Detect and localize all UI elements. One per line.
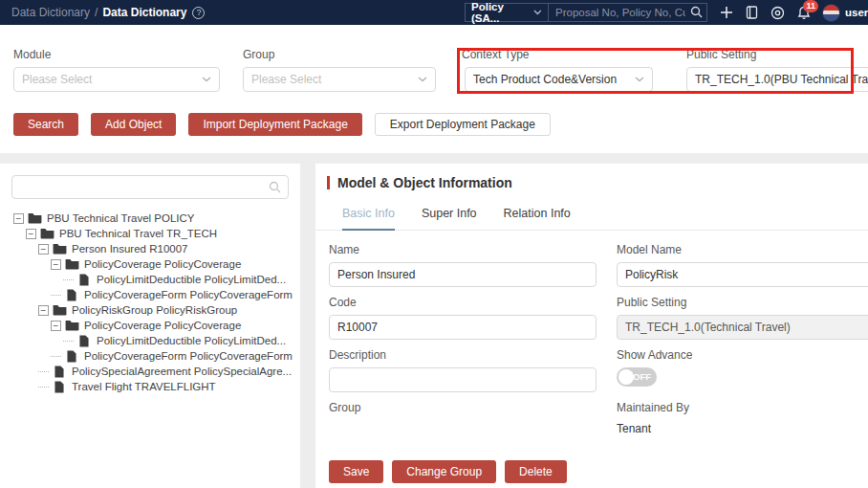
description-label: Description [329, 348, 597, 363]
save-button[interactable]: Save [329, 460, 383, 483]
notification-badge: 11 [803, 0, 818, 12]
file-icon [54, 366, 64, 378]
group-field-label: Group [329, 401, 597, 415]
show-advance-label: Show Advance [617, 348, 868, 363]
title-accent-bar [327, 176, 330, 189]
model-name-input[interactable] [617, 262, 868, 287]
tree-node-label: PolicyCoverage PolicyCoverage [84, 320, 241, 331]
folder-icon [53, 243, 67, 255]
tree-node-label: PolicyCoverage PolicyCoverage [84, 258, 241, 270]
delete-button[interactable]: Delete [505, 460, 567, 483]
collapse-expander-icon[interactable]: − [38, 305, 49, 316]
model-object-panel: Model & Object Information Basic Info Su… [315, 164, 868, 488]
model-name-label: Model Name [617, 243, 868, 257]
public-setting-detail-input [617, 315, 868, 340]
tree-node[interactable]: PolicySpecialAgreement PolicySpecialAgre… [0, 364, 300, 379]
show-advance-toggle[interactable]: OFF [617, 367, 657, 387]
tree-node[interactable]: PolicyLimitDeductible PolicyLimitDed... [0, 272, 300, 287]
policy-context-select[interactable]: Policy (SA... [465, 3, 549, 22]
navbar-right-cluster: Policy (SA... 11 user003 [465, 3, 868, 22]
tree-node[interactable]: −PBU Technical Travel POLICY [0, 211, 300, 226]
folder-icon [65, 320, 79, 331]
username[interactable]: user003 [845, 7, 868, 18]
context-type-select[interactable]: Tech Product Code&Version [465, 67, 653, 92]
chevron-down-icon [533, 10, 542, 15]
tree-node[interactable]: −PolicyRiskGroup PolicyRiskGroup [0, 302, 300, 318]
tree-node-label: Person Insured R10007 [72, 243, 187, 255]
tree-node[interactable]: −Person Insured R10007 [0, 241, 300, 256]
file-icon [79, 335, 89, 347]
group-label: Group [243, 48, 274, 61]
description-input[interactable] [329, 367, 597, 392]
collapse-expander-icon[interactable]: − [13, 213, 24, 224]
collapse-expander-icon[interactable]: − [26, 229, 36, 239]
file-icon [67, 350, 76, 363]
file-icon [54, 381, 64, 393]
file-icon [79, 274, 89, 286]
toggle-knob [618, 369, 634, 385]
code-input[interactable] [329, 315, 597, 340]
import-deployment-package-button[interactable]: Import Deployment Package [188, 113, 361, 136]
public-setting-input[interactable] [686, 67, 868, 92]
notifications-bell-icon[interactable]: 11 [797, 6, 811, 20]
tree-node[interactable]: −PolicyCoverage PolicyCoverage [0, 256, 300, 272]
tab-basic-info[interactable]: Basic Info [342, 207, 395, 231]
tree-node-label: PolicyLimitDeductible PolicyLimitDed... [97, 335, 286, 346]
panel-tabs: Basic Info Super Info Relation Info [315, 207, 868, 231]
breadcrumb-separator: / [95, 6, 98, 19]
change-group-button[interactable]: Change Group [392, 460, 496, 483]
export-deployment-package-button[interactable]: Export Deployment Package [375, 113, 551, 136]
module-select[interactable]: Please Select [13, 67, 220, 92]
tree-connector [51, 356, 61, 357]
collapse-expander-icon[interactable]: − [51, 321, 61, 331]
global-search-input[interactable] [548, 3, 707, 22]
tree-node-label: PolicyCoverageForm PolicyCoverageForm [84, 350, 293, 362]
tree-node[interactable]: −PBU Technical Travel TR_TECH [0, 226, 300, 241]
name-label: Name [329, 243, 597, 257]
breadcrumb-parent[interactable]: Data Dictionary [11, 6, 90, 19]
target-icon[interactable] [770, 6, 785, 20]
code-label: Code [329, 296, 597, 310]
breadcrumb-current: Data Dictionary [102, 6, 186, 19]
group-select[interactable]: Please Select [243, 67, 436, 92]
help-icon[interactable]: ? [192, 7, 205, 19]
notebook-icon[interactable] [746, 6, 758, 19]
tree-connector [63, 341, 74, 342]
maintained-by-value: Tenant [617, 420, 868, 437]
user-avatar[interactable] [822, 4, 840, 22]
tree-node-label: Travel Flight TRAVELFLIGHT [72, 381, 216, 392]
folder-icon [28, 212, 42, 224]
tab-relation-info[interactable]: Relation Info [504, 207, 571, 230]
tab-super-info[interactable]: Super Info [422, 207, 477, 230]
name-input[interactable] [329, 262, 597, 287]
search-button[interactable]: Search [13, 113, 78, 136]
tree-node[interactable]: −PolicyCoverage PolicyCoverage [0, 318, 300, 333]
tree-node-label: PolicyCoverageForm PolicyCoverageForm [84, 289, 293, 300]
tree-search-input[interactable] [11, 175, 289, 199]
context-type-label: Context Type [462, 48, 530, 61]
tree-node-label: PBU Technical Travel POLICY [47, 212, 194, 224]
add-icon[interactable] [720, 6, 733, 19]
chevron-down-icon [418, 77, 427, 82]
tree-node[interactable]: Travel Flight TRAVELFLIGHT [0, 379, 300, 394]
top-navbar: Data Dictionary / Data Dictionary ? Poli… [0, 0, 868, 25]
collapse-expander-icon[interactable]: − [38, 244, 49, 255]
module-label: Module [13, 48, 51, 61]
chevron-down-icon [202, 77, 211, 82]
folder-icon [65, 258, 79, 270]
tree-node-label: PolicyLimitDeductible PolicyLimitDed... [97, 274, 286, 285]
add-object-button[interactable]: Add Object [91, 113, 176, 136]
object-tree-panel: −PBU Technical Travel POLICY−PBU Technic… [0, 164, 300, 488]
tree-connector [51, 295, 61, 296]
tree-node-label: PolicyRiskGroup PolicyRiskGroup [72, 304, 237, 316]
tree-node[interactable]: PolicyCoverageForm PolicyCoverageForm [0, 287, 300, 302]
search-icon [269, 181, 281, 193]
object-tree: −PBU Technical Travel POLICY−PBU Technic… [0, 211, 300, 394]
tree-node[interactable]: PolicyCoverageForm PolicyCoverageForm [0, 348, 300, 364]
toggle-state: OFF [633, 371, 651, 382]
tree-connector [38, 387, 49, 388]
tree-node[interactable]: PolicyLimitDeductible PolicyLimitDed... [0, 333, 300, 348]
tree-connector [38, 371, 49, 372]
filter-section: Module Group Context Type Public Setting… [0, 25, 868, 153]
collapse-expander-icon[interactable]: − [51, 259, 61, 270]
